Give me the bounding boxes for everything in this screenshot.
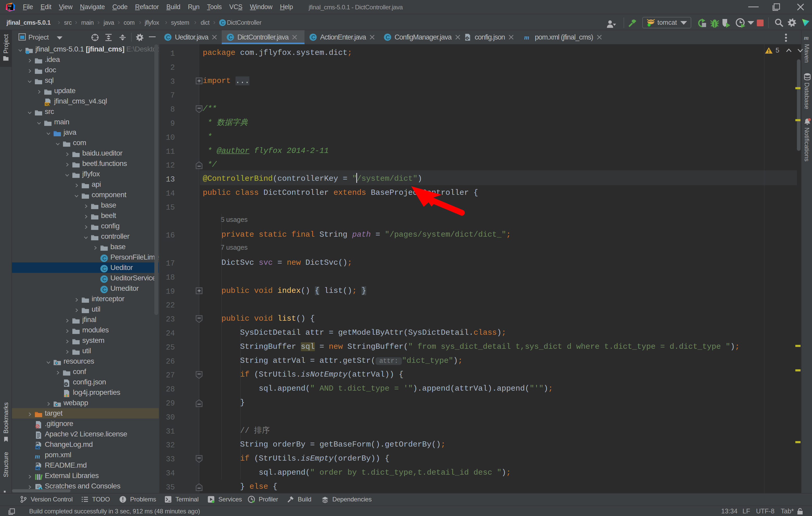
svg-text:C: C xyxy=(102,266,107,272)
svg-text:m: m xyxy=(35,453,40,460)
svg-text:C: C xyxy=(102,276,107,282)
svg-text:m: m xyxy=(524,34,529,41)
svg-text:m: m xyxy=(804,34,809,41)
svg-text:SQL: SQL xyxy=(45,102,51,106)
svg-text:C: C xyxy=(221,20,224,26)
svg-text:C: C xyxy=(386,34,389,40)
svg-text:C: C xyxy=(311,34,315,40)
svg-text:IJ: IJ xyxy=(8,5,11,8)
svg-text:MD: MD xyxy=(36,466,40,470)
svg-text:MD: MD xyxy=(36,446,40,449)
svg-text:C: C xyxy=(166,34,170,40)
svg-text:C: C xyxy=(229,34,232,40)
svg-text:C: C xyxy=(102,255,107,262)
svg-text:C: C xyxy=(102,286,107,293)
